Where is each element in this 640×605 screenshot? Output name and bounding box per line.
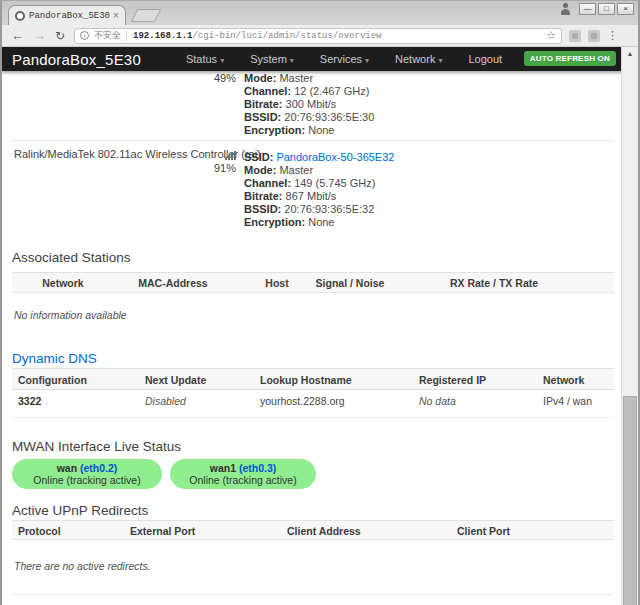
section-divider xyxy=(12,594,614,595)
column-header: Host xyxy=(265,273,288,294)
detail-row: Bitrate: 300 Mbit/s xyxy=(244,98,374,111)
pill-status-line: Online (tracking active) xyxy=(12,474,162,486)
maximize-button[interactable]: □ xyxy=(598,3,615,15)
ddns-lookup-hostname: yourhost.2288.org xyxy=(260,395,345,407)
profile-avatar-icon[interactable] xyxy=(558,3,573,15)
chevron-down-icon: ▾ xyxy=(290,56,294,65)
scrollbar-thumb[interactable] xyxy=(623,396,637,605)
menu-logout[interactable]: Logout xyxy=(455,53,515,65)
section-divider xyxy=(12,140,614,141)
column-header: Signal / Noise xyxy=(316,273,385,294)
pill-status-line: Online (tracking active) xyxy=(170,474,316,486)
close-window-button[interactable]: × xyxy=(617,3,634,15)
omnibox-divider xyxy=(126,31,127,41)
column-header: External Port xyxy=(130,521,195,541)
mwan-title: MWAN Interface Live Status xyxy=(12,439,181,454)
signal-percent: 49% xyxy=(202,72,236,84)
auto-refresh-button[interactable]: AUTO REFRESH ON xyxy=(524,51,616,66)
chevron-down-icon: ▾ xyxy=(438,56,442,65)
mwan-wan-status: wan (eth0.2) Online (tracking active) xyxy=(12,459,162,489)
detail-row: Channel: 149 (5.745 GHz) xyxy=(244,177,394,190)
site-favicon-icon xyxy=(15,11,25,21)
page-info-icon[interactable]: i xyxy=(80,31,89,40)
table-row: 3322 Disabled yourhost.2288.org No data … xyxy=(12,393,614,418)
menu-network[interactable]: Network▾ xyxy=(382,53,455,65)
tab-close-icon[interactable]: × xyxy=(113,10,119,21)
column-header: Configuration xyxy=(18,369,87,391)
new-tab-button[interactable] xyxy=(131,9,162,22)
detail-row: Encryption: None xyxy=(244,124,374,137)
ssid-link[interactable]: PandoraBox-50-365E32 xyxy=(276,151,394,163)
empty-state-text: There are no active redirects. xyxy=(14,560,151,572)
ddns-network: IPv4 / wan xyxy=(543,395,592,407)
detail-row: BSSID: 20:76:93:36:5E:30 xyxy=(244,111,374,124)
column-header: Network xyxy=(543,369,584,391)
detail-row: Mode: Master xyxy=(244,72,374,85)
scrollbar[interactable]: ▲ xyxy=(621,47,638,605)
column-header: Protocol xyxy=(18,521,61,541)
associated-stations-header: Network MAC-Address Host Signal / Noise … xyxy=(12,272,614,293)
detail-row: SSID: PandoraBox-50-365E32 xyxy=(244,151,394,164)
column-header: Network xyxy=(42,273,83,294)
dynamic-dns-title[interactable]: Dynamic DNS xyxy=(12,351,97,366)
forward-icon[interactable]: → xyxy=(33,29,46,42)
column-header: Client Address xyxy=(287,521,361,541)
menu-services[interactable]: Services▾ xyxy=(307,53,382,65)
interface-link[interactable]: (eth0.3) xyxy=(239,462,276,474)
column-header: MAC-Address xyxy=(138,273,207,294)
empty-state-text: No information available xyxy=(14,309,127,321)
interface-link[interactable]: (eth0.2) xyxy=(80,462,117,474)
ddns-next-update: Disabled xyxy=(145,395,186,407)
chevron-down-icon: ▾ xyxy=(220,56,224,65)
site-navbar: PandoraBox_5E30 Status▾ System▾ Services… xyxy=(2,47,624,71)
bookmark-star-icon[interactable]: ☆ xyxy=(546,29,556,42)
detail-row: Bitrate: 867 Mbit/s xyxy=(244,190,394,203)
column-header: Registered IP xyxy=(419,369,486,391)
browser-toolbar: ← → ↻ i 不安全 192.168.1.1/cgi-bin/luci/adm… xyxy=(2,25,638,47)
ddns-config: 3322 xyxy=(18,395,41,407)
ddns-registered-ip: No data xyxy=(419,395,456,407)
page-content: 49% Mode: Master Channel: 12 (2.467 GHz)… xyxy=(2,71,624,605)
window-controls: — □ × xyxy=(558,3,634,15)
pill-interface-line: wan1 (eth0.3) xyxy=(170,462,316,474)
extension-icon[interactable] xyxy=(588,30,600,42)
main-menu: Status▾ System▾ Services▾ Network▾ Logou… xyxy=(173,53,515,65)
wireless-details-5g: SSID: PandoraBox-50-365E32 Mode: Master … xyxy=(244,151,394,229)
column-header: Next Update xyxy=(145,369,206,391)
address-bar[interactable]: i 不安全 192.168.1.1/cgi-bin/luci/admin/sta… xyxy=(74,28,562,44)
url-path: /cgi-bin/luci/admin/status/overview xyxy=(192,31,381,41)
column-header: Client Port xyxy=(457,521,510,541)
back-icon[interactable]: ← xyxy=(11,29,24,42)
upnp-title: Active UPnP Redirects xyxy=(12,503,148,518)
url-host: 192.168.1.1 xyxy=(133,31,192,41)
column-header: RX Rate / TX Rate xyxy=(450,273,538,294)
mwan-wan1-status: wan1 (eth0.3) Online (tracking active) xyxy=(170,459,316,489)
pill-interface-line: wan (eth0.2) xyxy=(12,462,162,474)
brand-title: PandoraBox_5E30 xyxy=(12,51,141,68)
associated-stations-title: Associated Stations xyxy=(12,250,131,265)
menu-status[interactable]: Status▾ xyxy=(173,53,237,65)
detail-row: BSSID: 20:76:93:36:5E:32 xyxy=(244,203,394,216)
browser-menu-icon[interactable]: ⋮ xyxy=(607,29,618,42)
chevron-down-icon: ▾ xyxy=(365,56,369,65)
reload-icon[interactable]: ↻ xyxy=(55,30,65,42)
signal-percent: 91% xyxy=(202,162,236,174)
detail-row: Encryption: None xyxy=(244,216,394,229)
signal-cell: 91% xyxy=(202,150,236,174)
browser-tab[interactable]: PandoraBox_5E30 - Over × xyxy=(8,5,126,25)
minimize-button[interactable]: — xyxy=(579,3,596,15)
not-secure-label: 不安全 xyxy=(94,29,121,42)
wireless-details-2g: Mode: Master Channel: 12 (2.467 GHz) Bit… xyxy=(244,72,374,137)
dynamic-dns-header: Configuration Next Update Lookup Hostnam… xyxy=(12,368,614,390)
detail-row: Channel: 12 (2.467 GHz) xyxy=(244,85,374,98)
scroll-up-icon[interactable]: ▲ xyxy=(622,47,638,61)
signal-strength-icon xyxy=(225,151,236,160)
extension-icon[interactable] xyxy=(569,30,581,42)
upnp-header: Protocol External Port Client Address Cl… xyxy=(12,520,614,540)
url-text: 192.168.1.1/cgi-bin/luci/admin/status/ov… xyxy=(133,31,542,41)
tab-strip: PandoraBox_5E30 - Over × — □ × xyxy=(2,1,638,25)
detail-row: Mode: Master xyxy=(244,164,394,177)
tab-title: PandoraBox_5E30 - Over xyxy=(29,11,111,21)
menu-system[interactable]: System▾ xyxy=(237,53,307,65)
column-header: Lookup Hostname xyxy=(260,369,352,391)
